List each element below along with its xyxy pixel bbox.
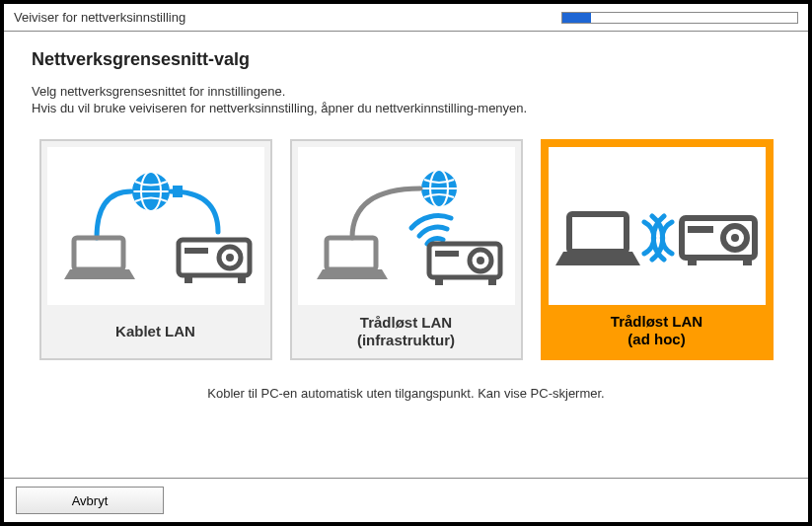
- wizard-window: Veiviser for nettverksinnstilling Nettve…: [0, 0, 812, 526]
- label-line-2: (infrastruktur): [357, 332, 455, 349]
- wifi-icon: [411, 215, 451, 243]
- wired-lan-label: Kablet LAN: [41, 305, 270, 358]
- svg-point-19: [477, 257, 484, 264]
- svg-rect-5: [74, 238, 123, 269]
- projector-icon: [682, 218, 755, 265]
- laptop-icon: [317, 238, 388, 279]
- svg-rect-4: [173, 186, 183, 197]
- label-line-2: (ad hoc): [627, 331, 685, 348]
- option-wired-lan[interactable]: Kablet LAN: [39, 139, 272, 360]
- selection-hint: Kobler til PC-en automatisk uten tilgang…: [32, 386, 780, 401]
- option-wireless-adhoc[interactable]: Trådløst LAN (ad hoc): [541, 139, 774, 360]
- projector-icon: [179, 240, 250, 283]
- svg-rect-10: [185, 277, 192, 283]
- laptop-icon: [64, 238, 135, 279]
- svg-rect-27: [688, 226, 713, 233]
- titlebar: Veiviser for nettverksinnstilling: [4, 4, 808, 32]
- wireless-waves-icon: [644, 216, 672, 260]
- svg-rect-28: [688, 260, 697, 265]
- label-line-1: Trådløst LAN: [611, 313, 702, 331]
- svg-rect-20: [435, 251, 459, 257]
- option-cards: Kablet LAN: [32, 139, 780, 360]
- svg-rect-29: [743, 260, 752, 265]
- content-area: Nettverksgrensesnitt-valg Velg nettverks…: [4, 32, 808, 401]
- label-line-1: Kablet LAN: [115, 323, 195, 340]
- svg-rect-16: [327, 238, 376, 269]
- projector-icon: [429, 244, 500, 285]
- wireless-infra-illustration: [298, 147, 515, 305]
- svg-point-8: [226, 254, 234, 262]
- wireless-adhoc-illustration: [549, 147, 766, 305]
- laptop-icon: [555, 214, 640, 265]
- svg-rect-22: [488, 279, 496, 285]
- svg-rect-23: [569, 214, 627, 252]
- progress-bar: [561, 12, 798, 24]
- wireless-adhoc-label: Trådløst LAN (ad hoc): [544, 305, 771, 357]
- svg-point-26: [731, 234, 739, 242]
- wired-lan-illustration: [47, 147, 264, 305]
- window-title: Veiviser for nettverksinnstilling: [14, 10, 185, 25]
- wireless-infra-label: Trådløst LAN (infrastruktur): [292, 305, 521, 358]
- svg-rect-24: [682, 218, 755, 258]
- svg-rect-11: [238, 277, 246, 283]
- cancel-button[interactable]: Avbryt: [16, 487, 164, 514]
- globe-icon: [131, 172, 171, 211]
- svg-rect-21: [435, 279, 443, 285]
- instruction-1: Velg nettverksgrensesnittet for innstill…: [32, 84, 780, 101]
- page-heading: Nettverksgrensesnitt-valg: [32, 49, 780, 70]
- progress-fill: [562, 13, 591, 23]
- label-line-1: Trådløst LAN: [360, 314, 452, 332]
- svg-rect-9: [185, 248, 208, 254]
- instruction-2: Hvis du vil bruke veiviseren for nettver…: [32, 101, 780, 117]
- option-wireless-infrastructure[interactable]: Trådløst LAN (infrastruktur): [290, 139, 523, 360]
- footer-bar: Avbryt: [4, 478, 808, 522]
- globe-icon: [420, 170, 458, 207]
